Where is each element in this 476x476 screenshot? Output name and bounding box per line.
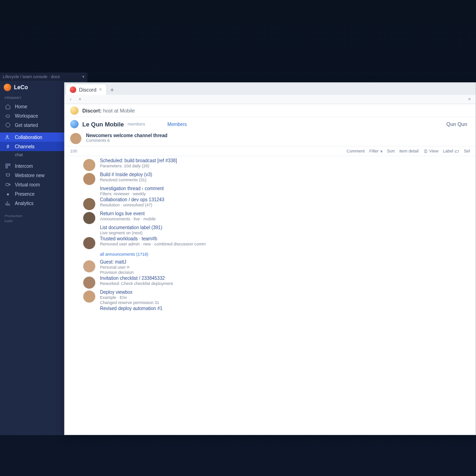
message-list: Scheduled: build broadcast [ref #338]Par… [65,156,476,321]
server-icon [70,120,79,128]
svg-rect-5 [6,184,9,186]
message-subtitle: Personal user #· [100,265,134,270]
server-meta: members [128,122,145,126]
message-row[interactable]: Collaboration / dev ops 131243Resolution… [83,197,476,211]
message-title: Deploy viewbox [100,290,159,295]
toolbar-sel[interactable]: Sel [464,149,470,153]
message-body: Deploy viewboxExample · EnvChanged reser… [100,290,159,305]
message-subtitle: Filters: reviewer · weekly [100,192,164,196]
calendar-icon: 🗓 [423,149,428,154]
cloud-icon [5,112,11,119]
message-row[interactable]: Return logs live eventAnnouncements · li… [83,211,476,225]
toolbar-filter[interactable]: Filter▾ [370,149,383,154]
message-row[interactable]: all announcements (1718) [83,250,476,259]
message-body: Invitation checklist / 233845332Reworked… [100,276,173,286]
message-title: List documentation label (391) [100,225,162,230]
message-title: Scheduled: build broadcast [ref #338] [100,158,177,163]
cart-icon [5,172,11,178]
message-body: Investigation thread ‹ commentFilters: r… [100,186,164,196]
message-body: Return logs live eventAnnouncements · li… [100,211,156,221]
sidebar-title: Lifecycle / team console · docs [3,74,60,79]
home-icon [5,103,11,110]
thread-header: Newcomers welcome channel thread Comment… [65,131,476,146]
server-name: Le Qun Mobile [82,121,124,128]
svg-point-1 [7,136,8,137]
browser-tabbar: Discord × + [65,83,476,95]
message-row[interactable]: Invitation checklist / 233845332Reworked… [83,276,476,290]
message-extra[interactable]: all announcements (1718) [83,250,148,258]
toolbar-count: 100 [70,149,77,153]
desktop-background: Lifecycle / team console · docs ▾ LeCo P… [0,0,476,476]
browser-addressbar: ‹ × × [65,95,476,104]
toolbar-comment[interactable]: Comment [347,149,365,153]
message-row[interactable]: Investigation thread ‹ commentFilters: r… [83,186,476,197]
page-content: Discort: host at Mobile Le Qun Mobile me… [65,104,476,435]
message-subtitle: Provision decision [100,270,134,275]
addr-close-icon[interactable]: × [466,96,473,103]
grid-icon [5,163,11,169]
message-title: Investigation thread ‹ comment [100,186,164,191]
message-row[interactable]: Deploy viewboxExample · EnvChanged reser… [83,290,476,306]
message-body: Revised deploy automation #1 [100,306,163,311]
message-subtitle: Removed user admin · new · combined disc… [100,242,206,246]
camera-icon [5,181,11,188]
thread-avatar [70,133,81,144]
message-avatar [83,277,95,289]
message-row[interactable]: Guest: mattJPersonal user #·Provision de… [83,259,476,276]
message-avatar [83,212,95,224]
list-toolbar: 100 Comment Filter▾ Sort Item detail 🗓Vi… [65,146,476,156]
message-avatar [83,173,95,185]
message-row[interactable]: Trusted workloads · team#bRemoved user a… [83,236,476,250]
svg-point-0 [6,123,10,127]
message-title: Guest: mattJ [100,259,134,264]
chart-icon [5,200,11,206]
nav-back-icon[interactable]: ‹ [67,96,74,103]
message-avatar [83,237,95,249]
message-subtitle: Example · Env [100,295,159,300]
nav-label: Collaboration [15,135,42,140]
sidebar-caret-icon[interactable]: ▾ [82,74,85,79]
message-body: List documentation label (391)Live segme… [100,225,162,235]
rocket-icon [5,122,11,128]
message-body: Build # Inside deploy (v3)Resolved comme… [100,172,152,182]
toolbar-label[interactable]: Label🏷 [443,149,459,154]
browser-tab-discord[interactable]: Discord × [66,84,107,95]
toolbar-sort[interactable]: Sort [387,149,395,153]
tab-favicon-icon [70,86,76,93]
breadcrumb-text: Discort: host at Mobile [82,108,135,113]
toolbar-view[interactable]: 🗓View [423,149,438,154]
server-header: Le Qun Mobile members Members Qun Qun [65,117,476,131]
nav-label: Virtual room [15,182,40,187]
new-tab-button[interactable]: + [107,85,117,95]
app-logo-icon [70,106,79,115]
server-right-label: Qun Qun [446,121,470,127]
message-row[interactable]: Revised deploy automation #1 [83,306,476,312]
nav-label: Presence [15,192,34,197]
nav-close-icon[interactable]: × [77,96,83,103]
tag-icon: 🏷 [455,149,459,154]
message-body: Scheduled: build broadcast [ref #338]Par… [100,158,177,168]
message-subtitle: Resolution · unresolved (47) [100,203,164,207]
message-body: Guest: mattJPersonal user #·Provision de… [100,259,134,275]
message-row[interactable]: List documentation label (391)Live segme… [83,225,476,236]
message-subtitle: Parameters: 10d daily (28) [100,164,177,168]
svg-rect-3 [8,164,10,166]
svg-rect-2 [6,164,8,166]
message-row[interactable]: Scheduled: build broadcast [ref #338]Par… [83,158,476,172]
nav-label: Workspace [15,113,38,119]
dot-icon: ● [5,191,11,197]
server-tab-members[interactable]: Members [167,122,187,127]
tab-close-icon[interactable]: × [99,87,102,92]
message-subtitle: Resolved comments (31) [100,178,152,182]
message-avatar [83,291,95,303]
message-avatar [83,260,95,272]
nav-label: Intercom [15,164,33,169]
message-body: Collaboration / dev ops 131243Resolution… [100,197,164,207]
sidebar-titlebar[interactable]: Lifecycle / team console · docs ▾ [0,73,87,81]
thread-title: Newcomers welcome channel thread [86,133,167,138]
message-body: Trusted workloads · team#bRemoved user a… [100,236,206,246]
message-row[interactable]: Build # Inside deploy (v3)Resolved comme… [83,172,476,186]
brand-name: LeCo [14,84,28,91]
message-title: Build # Inside deploy (v3) [100,172,152,177]
toolbar-detail[interactable]: Item detail [399,149,419,153]
